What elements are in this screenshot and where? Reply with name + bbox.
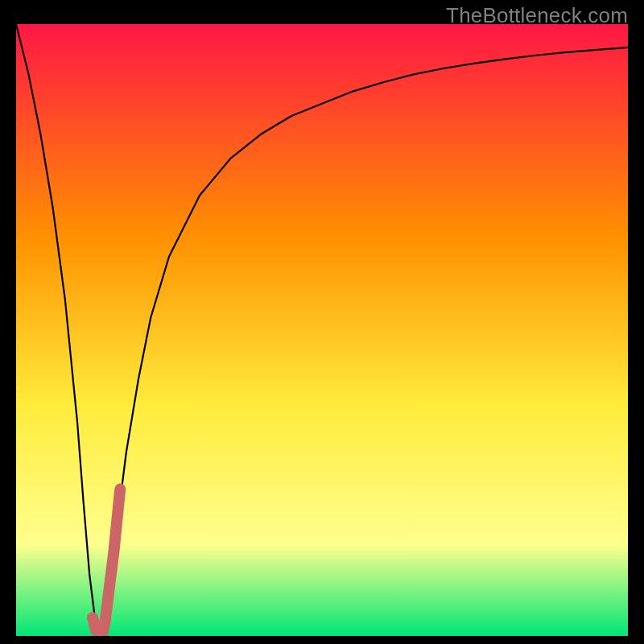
chart-frame: TheBottleneck.com <box>0 0 644 644</box>
bottleneck-chart <box>16 24 628 636</box>
gradient-background <box>16 24 628 636</box>
plot-area <box>16 24 628 636</box>
